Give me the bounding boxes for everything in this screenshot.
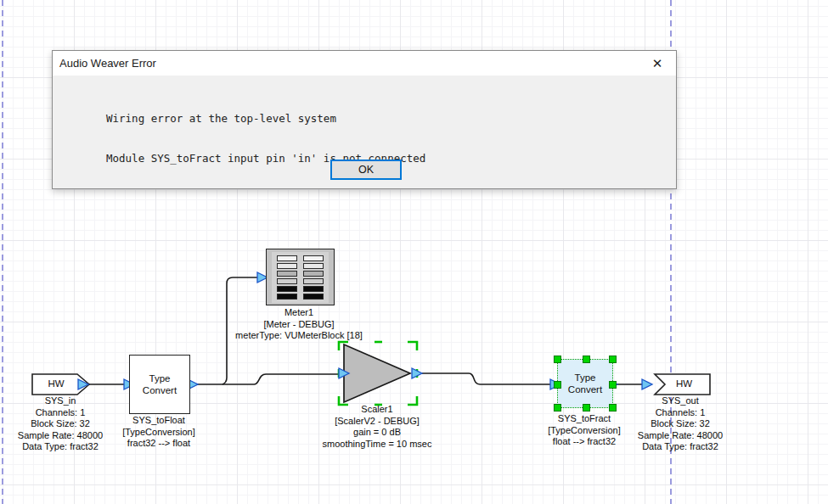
caption-line: Scaler1 (323, 404, 432, 416)
sys-out-caption: SYS_out Channels: 1 Block Size: 32 Sampl… (638, 395, 723, 453)
sys-tofloat-block-label: Type Convert (138, 372, 182, 396)
resize-handle-top-right[interactable] (609, 356, 617, 363)
selection-bracket-top-right (408, 342, 417, 350)
caption-line: SYS_toFract (548, 413, 621, 425)
caption-line: [ScalerV2 - DEBUG] (323, 416, 432, 428)
sys-tofract-block[interactable]: Type Convert (557, 359, 613, 408)
caption-line: meterType: VUMeterBlock [18] (235, 330, 363, 342)
scaler-block-shape[interactable] (344, 344, 410, 402)
resize-handle-top[interactable] (583, 356, 590, 363)
wire-scaler-to-tofract[interactable] (422, 373, 551, 384)
caption-line: Meter1 (235, 307, 363, 319)
meter1-block[interactable] (266, 249, 335, 305)
meter1-caption: Meter1 [Meter - DEBUG] meterType: VUMete… (235, 307, 363, 342)
caption-line: [TypeConversion] (122, 427, 195, 439)
sys-out-hw-label: HW (665, 378, 703, 389)
caption-line: Data Type: fract32 (638, 441, 723, 453)
sys-tofract-block-label: Type Convert (563, 372, 607, 395)
caption-line: gain = 0 dB (323, 427, 432, 439)
sys-tofloat-caption: SYS_toFloat [TypeConversion] fract32 -->… (122, 415, 195, 450)
sys-in-hw-label: HW (34, 378, 78, 389)
sys-out-input-pin[interactable] (642, 379, 652, 389)
caption-line: Block Size: 32 (18, 418, 103, 430)
caption-line: SYS_out (638, 395, 723, 407)
dialog-titlebar[interactable]: Audio Weaver Error ✕ (53, 51, 676, 76)
design-canvas[interactable]: HW HW Type Convert Type Convert SYS_in C… (0, 0, 828, 504)
ok-button[interactable]: OK (330, 160, 402, 180)
caption-line: float --> fract32 (548, 436, 621, 448)
caption-line: fract32 --> float (122, 438, 195, 450)
caption-line: Data Type: fract32 (18, 441, 103, 453)
close-icon[interactable]: ✕ (647, 54, 667, 72)
caption-line: [Meter - DEBUG] (235, 319, 363, 331)
sys-tofract-caption: SYS_toFract [TypeConversion] float --> f… (548, 413, 621, 448)
resize-handle-left[interactable] (554, 381, 561, 389)
caption-line: [TypeConversion] (548, 425, 621, 437)
caption-line: Sample Rate: 48000 (638, 430, 723, 442)
wire-tofloat-to-scaler[interactable] (196, 374, 338, 384)
dialog-message-line: Wiring error at the top-level system (106, 112, 425, 126)
caption-line: smoothingTime = 10 msec (323, 439, 432, 451)
sys-tofloat-block[interactable]: Type Convert (129, 355, 190, 414)
resize-handle-top-left[interactable] (554, 356, 561, 363)
caption-line: Sample Rate: 48000 (18, 430, 103, 442)
caption-line: SYS_in (18, 395, 103, 407)
caption-line: Block Size: 32 (638, 418, 723, 430)
resize-handle-bottom-right[interactable] (609, 404, 617, 412)
error-dialog: Audio Weaver Error ✕ Wiring error at the… (52, 50, 677, 189)
vu-meter-icon (272, 252, 329, 303)
resize-handle-bottom[interactable] (583, 404, 590, 412)
sys-in-caption: SYS_in Channels: 1 Block Size: 32 Sample… (18, 395, 103, 453)
scaler1-caption: Scaler1 [ScalerV2 - DEBUG] gain = 0 dB s… (323, 404, 432, 450)
caption-line: SYS_toFloat (122, 415, 195, 427)
resize-handle-right[interactable] (609, 381, 617, 389)
dialog-title: Audio Weaver Error (59, 57, 156, 70)
resize-handle-bottom-left[interactable] (554, 404, 561, 412)
caption-line: Channels: 1 (638, 407, 723, 419)
caption-line: Channels: 1 (18, 407, 103, 419)
